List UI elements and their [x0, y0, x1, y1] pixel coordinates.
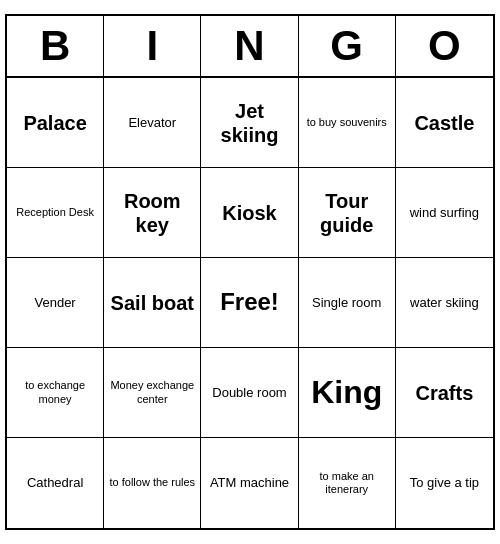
- bingo-cell: Jet skiing: [201, 78, 298, 168]
- bingo-cell: King: [299, 348, 396, 438]
- bingo-cell: Cathedral: [7, 438, 104, 528]
- bingo-cell: Kiosk: [201, 168, 298, 258]
- bingo-cell: Free!: [201, 258, 298, 348]
- header-letter: G: [299, 16, 396, 76]
- bingo-grid: PalaceElevatorJet skiingto buy souvenirs…: [7, 78, 493, 528]
- bingo-cell: to follow the rules: [104, 438, 201, 528]
- bingo-cell: to exchange money: [7, 348, 104, 438]
- header-letter: O: [396, 16, 493, 76]
- bingo-cell: Elevator: [104, 78, 201, 168]
- bingo-cell: Palace: [7, 78, 104, 168]
- bingo-cell: Reception Desk: [7, 168, 104, 258]
- bingo-cell: Castle: [396, 78, 493, 168]
- bingo-cell: To give a tip: [396, 438, 493, 528]
- bingo-cell: Money exchange center: [104, 348, 201, 438]
- bingo-header: BINGO: [7, 16, 493, 78]
- bingo-cell: to buy souvenirs: [299, 78, 396, 168]
- bingo-cell: Single room: [299, 258, 396, 348]
- bingo-card: BINGO PalaceElevatorJet skiingto buy sou…: [5, 14, 495, 530]
- bingo-cell: Sail boat: [104, 258, 201, 348]
- bingo-cell: water skiing: [396, 258, 493, 348]
- bingo-cell: Room key: [104, 168, 201, 258]
- header-letter: B: [7, 16, 104, 76]
- bingo-cell: ATM machine: [201, 438, 298, 528]
- bingo-cell: Tour guide: [299, 168, 396, 258]
- bingo-cell: Vender: [7, 258, 104, 348]
- bingo-cell: Double room: [201, 348, 298, 438]
- bingo-cell: wind surfing: [396, 168, 493, 258]
- bingo-cell: to make an itenerary: [299, 438, 396, 528]
- header-letter: I: [104, 16, 201, 76]
- header-letter: N: [201, 16, 298, 76]
- bingo-cell: Crafts: [396, 348, 493, 438]
